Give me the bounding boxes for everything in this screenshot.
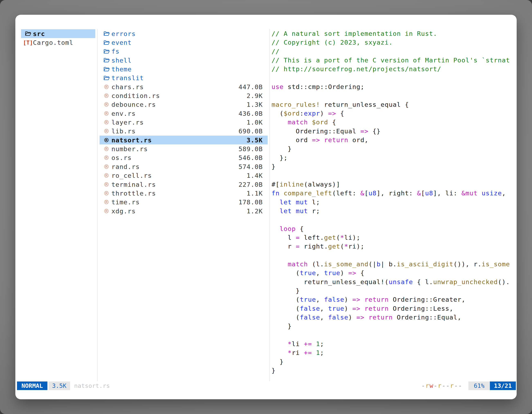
file-name: natsort.rs [111, 136, 244, 144]
file-name: ro_cell.rs [111, 172, 244, 179]
pane-separator-left [97, 29, 97, 381]
list-item[interactable]: ® natsort.rs 3.5K [100, 136, 268, 144]
file-name: throttle.rs [111, 190, 244, 197]
file-size: 1.0K [247, 119, 263, 126]
list-item[interactable]: ® env.rs 436.0B [100, 109, 268, 118]
status-file-name: natsort.rs [74, 382, 110, 390]
pane-separator-right [269, 29, 270, 381]
code-line: fn compare_left(left: &[u8], right: &[u8… [272, 189, 515, 198]
list-item[interactable]: ® layer.rs 1.0K [100, 118, 268, 127]
file-name: condition.rs [111, 92, 244, 99]
toml-file-icon: [T] [24, 39, 32, 46]
file-permissions: -rw-r--r-- [421, 382, 463, 390]
rust-file-icon: ® [103, 145, 110, 152]
desktop-background: src [T] Cargo.toml errors event [0, 0, 532, 414]
code-line: }; [272, 154, 515, 162]
file-name: fs [111, 48, 260, 55]
rust-file-icon: ® [103, 163, 110, 170]
list-item[interactable]: event [100, 38, 268, 47]
code-line: } [272, 357, 515, 366]
code-line: match (l.is_some_and(|b| b.is_ascii_digi… [272, 260, 515, 269]
open-folder-icon [103, 39, 110, 46]
code-line: use std::cmp::Ordering; [272, 82, 515, 91]
rust-file-icon: ® [103, 128, 110, 135]
list-item[interactable]: ® condition.rs 2.9K [100, 91, 268, 100]
code-line: let mut r; [272, 207, 515, 215]
parent-directory-pane: src [T] Cargo.toml [21, 29, 95, 47]
rust-file-icon: ® [103, 154, 110, 161]
list-item[interactable]: [T] Cargo.toml [21, 38, 95, 47]
rust-file-icon: ® [103, 119, 110, 126]
list-item[interactable]: ® chars.rs 447.0B [100, 82, 268, 91]
file-name: debounce.rs [111, 101, 244, 108]
code-line [272, 215, 515, 224]
code-line: return_unless_equal!(unsafe { l.unwrap_u… [272, 278, 515, 286]
open-folder-icon [103, 48, 110, 55]
code-line: // [272, 47, 515, 56]
file-name: time.rs [111, 198, 236, 206]
file-name: event [111, 39, 260, 46]
list-item[interactable]: ® rand.rs 574.0B [100, 162, 268, 171]
code-line: *li += 1; [272, 339, 515, 348]
code-line: } [272, 162, 515, 171]
current-directory-pane: errors event fs [100, 29, 268, 215]
code-line: r = right.get(*ri); [272, 242, 515, 251]
list-item[interactable]: theme [100, 65, 268, 73]
list-item[interactable]: ® lib.rs 690.0B [100, 127, 268, 136]
file-preview-pane: // A natural sort implementation in Rust… [272, 29, 515, 379]
code-line: (true, false) => return Ordering::Greate… [272, 295, 515, 304]
file-size: 1.4K [247, 172, 263, 179]
list-item[interactable]: ® debounce.rs 1.3K [100, 100, 268, 109]
list-item[interactable]: ® terminal.rs 227.0B [100, 180, 268, 189]
rust-file-icon: ® [103, 83, 110, 90]
list-item[interactable]: shell [100, 56, 268, 65]
file-name: xdg.rs [111, 207, 244, 215]
code-line: } [272, 322, 515, 331]
code-line [272, 251, 515, 260]
rust-file-icon: ® [103, 110, 110, 117]
open-folder-icon [103, 66, 110, 72]
rust-file-icon: ® [103, 172, 110, 179]
file-size: 690.0B [238, 127, 263, 135]
code-line [272, 171, 515, 180]
file-size: 436.0B [238, 110, 263, 117]
code-line: *ri += 1; [272, 348, 515, 357]
file-size: 3.5K [247, 136, 263, 144]
list-item[interactable]: ® os.rs 546.0B [100, 154, 268, 162]
open-folder-icon [103, 30, 110, 37]
list-item[interactable]: src [21, 29, 95, 38]
file-size: 574.0B [238, 163, 263, 170]
file-size: 589.0B [238, 145, 263, 153]
code-line [272, 74, 515, 82]
code-line: macro_rules! return_unless_equal { [272, 100, 515, 109]
list-item[interactable]: ® ro_cell.rs 1.4K [100, 171, 268, 180]
file-size: 2.9K [247, 92, 263, 99]
list-item[interactable]: errors [100, 29, 268, 38]
list-item[interactable]: ® number.rs 589.0B [100, 144, 268, 153]
file-size: 178.0B [238, 198, 263, 206]
list-item[interactable]: translit [100, 74, 268, 82]
list-item[interactable]: ® throttle.rs 1.1K [100, 189, 268, 198]
code-line: } [272, 286, 515, 295]
file-name: lib.rs [111, 127, 236, 135]
code-line: // This is a port of the C version of Ma… [272, 56, 515, 65]
open-folder-icon [103, 57, 110, 63]
file-name: number.rs [111, 145, 236, 153]
code-line: #[inline(always)] [272, 180, 515, 189]
list-item[interactable]: ® time.rs 178.0B [100, 198, 268, 207]
code-line: } [272, 366, 515, 375]
file-size: 1.2K [247, 207, 263, 215]
rust-file-icon: ® [103, 190, 110, 197]
list-item[interactable]: ® xdg.rs 1.2K [100, 207, 268, 215]
file-size-badge: 3.5K [48, 382, 70, 390]
file-name: errors [111, 30, 260, 38]
code-line: ($ord:expr) => { [272, 109, 515, 118]
file-name: shell [111, 57, 260, 64]
file-name: translit [111, 74, 260, 82]
file-name: theme [111, 66, 260, 73]
code-line: l = left.get(*li); [272, 233, 515, 242]
code-line [272, 331, 515, 339]
code-line: } [272, 144, 515, 153]
file-name: layer.rs [111, 119, 244, 126]
list-item[interactable]: fs [100, 47, 268, 56]
